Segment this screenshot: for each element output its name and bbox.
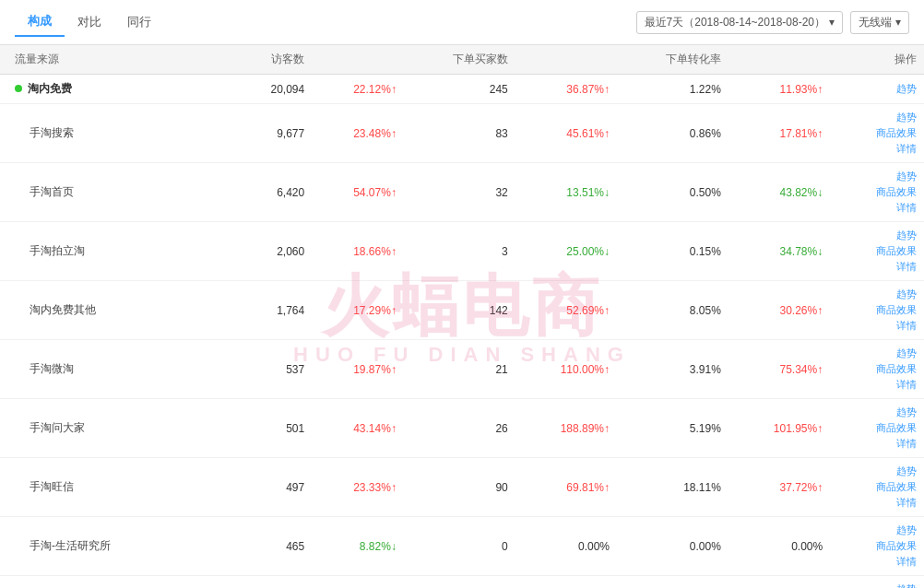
- table-row: 淘内免费其他1,76417.29%↑14252.69%↑8.05%30.26%↑…: [0, 281, 924, 340]
- action-link-趋势[interactable]: 趋势: [896, 582, 917, 588]
- action-link-商品效果[interactable]: 商品效果: [876, 185, 917, 199]
- cell-orders-pct: 36.87%↑: [515, 75, 617, 104]
- cell-conv1: 0.86%: [617, 104, 729, 163]
- action-link-商品效果[interactable]: 商品效果: [876, 421, 917, 435]
- cell-orders: 3: [404, 222, 515, 281]
- cell-orders: 18: [404, 576, 515, 589]
- action-link-趋势[interactable]: 趋势: [896, 288, 917, 301]
- cell-visitors-pct: 43.14%↑: [312, 399, 404, 458]
- action-link-详情[interactable]: 详情: [896, 496, 917, 510]
- cell-conv1: 0.00%: [617, 517, 729, 576]
- tab-compare[interactable]: 对比: [65, 8, 114, 36]
- col-visitors-pct: [312, 45, 404, 75]
- cell-source: 手淘旺信: [0, 458, 234, 517]
- data-table: 流量来源 访客数 下单买家数 下单转化率 操作 淘内免费20,09422.12%…: [0, 45, 924, 588]
- cell-conv2: 0.00%: [729, 517, 830, 576]
- cell-source: 手淘微淘: [0, 340, 234, 399]
- table-body: 淘内免费20,09422.12%↑24536.87%↑1.22%11.93%↑趋…: [0, 75, 924, 589]
- action-link-趋势[interactable]: 趋势: [896, 465, 917, 478]
- action-link-详情[interactable]: 详情: [896, 319, 917, 333]
- table-header-row: 流量来源 访客数 下单买家数 下单转化率 操作: [0, 45, 924, 75]
- action-link-趋势[interactable]: 趋势: [896, 229, 917, 242]
- action-link-详情[interactable]: 详情: [896, 142, 917, 156]
- action-link-商品效果[interactable]: 商品效果: [876, 362, 917, 376]
- cell-actions: 趋势商品效果详情: [830, 163, 924, 222]
- col-conv2: [729, 45, 830, 75]
- cell-visitors: 451: [234, 576, 312, 589]
- action-link-详情[interactable]: 详情: [896, 437, 917, 451]
- cell-visitors-pct: 57.69%↑: [312, 576, 404, 589]
- action-link-商品效果[interactable]: 商品效果: [876, 126, 917, 140]
- cell-source: 手淘-生活研究所: [0, 517, 234, 576]
- col-actions: 操作: [830, 45, 924, 75]
- cell-conv1: 3.99%: [617, 576, 729, 589]
- table-row: 手淘旺信49723.33%↑9069.81%↑18.11%37.72%↑趋势商品…: [0, 458, 924, 517]
- cell-orders-pct: 110.00%↑: [515, 340, 617, 399]
- action-link-商品效果[interactable]: 商品效果: [876, 303, 917, 317]
- cell-source: 手淘其他店铺商品评情: [0, 576, 234, 589]
- action-link-趋势[interactable]: 趋势: [896, 82, 917, 96]
- table-row: 淘内免费20,09422.12%↑24536.87%↑1.22%11.93%↑趋…: [0, 75, 924, 104]
- cell-source: 手淘拍立淘: [0, 222, 234, 281]
- cell-actions: 趋势商品效果详情: [830, 399, 924, 458]
- channel-selector[interactable]: 无线端 ▾: [850, 11, 909, 34]
- cell-conv2: 43.82%↓: [729, 163, 830, 222]
- cell-conv1: 0.50%: [617, 163, 729, 222]
- cell-visitors: 9,677: [234, 104, 312, 163]
- table-container: 火蝠电商 HUO FU DIAN SHANG 流量来源 访客数 下单买家数 下单…: [0, 45, 924, 588]
- cell-orders: 32: [404, 163, 515, 222]
- cell-visitors-pct: 23.33%↑: [312, 458, 404, 517]
- cell-visitors: 1,764: [234, 281, 312, 340]
- cell-conv2: 101.95%↑: [729, 399, 830, 458]
- date-range-label: 最近7天（2018-08-14~2018-08-20）: [645, 15, 825, 30]
- cell-orders-pct: 52.69%↑: [515, 281, 617, 340]
- header: 构成 对比 同行 最近7天（2018-08-14~2018-08-20） ▾ 无…: [0, 0, 924, 45]
- cell-conv1: 5.19%: [617, 399, 729, 458]
- cell-source: 手淘首页: [0, 163, 234, 222]
- action-link-详情[interactable]: 详情: [896, 555, 917, 569]
- col-source: 流量来源: [0, 45, 234, 75]
- action-link-趋势[interactable]: 趋势: [896, 111, 917, 124]
- cell-conv1: 1.22%: [617, 75, 729, 104]
- action-link-详情[interactable]: 详情: [896, 260, 917, 274]
- cell-conv1: 8.05%: [617, 281, 729, 340]
- cell-source: 手淘问大家: [0, 399, 234, 458]
- tab-composition[interactable]: 构成: [15, 7, 65, 37]
- cell-actions: 趋势: [830, 75, 924, 104]
- action-link-趋势[interactable]: 趋势: [896, 523, 917, 537]
- action-link-商品效果[interactable]: 商品效果: [876, 244, 917, 258]
- cell-orders-pct: 25.00%↓: [515, 222, 617, 281]
- action-link-商品效果[interactable]: 商品效果: [876, 539, 917, 553]
- cell-visitors-pct: 17.29%↑: [312, 281, 404, 340]
- cell-visitors-pct: 23.48%↑: [312, 104, 404, 163]
- cell-orders-pct: 63.64%↑: [515, 576, 617, 589]
- cell-visitors: 497: [234, 458, 312, 517]
- tab-peer[interactable]: 同行: [114, 8, 164, 36]
- cell-conv2: 75.34%↑: [729, 340, 830, 399]
- action-link-趋势[interactable]: 趋势: [896, 347, 917, 360]
- cell-orders: 90: [404, 458, 515, 517]
- chevron-down-icon: ▾: [895, 16, 901, 29]
- col-orders: 下单买家数: [404, 45, 515, 75]
- cell-visitors: 465: [234, 517, 312, 576]
- action-link-趋势[interactable]: 趋势: [896, 406, 917, 419]
- action-link-商品效果[interactable]: 商品效果: [876, 480, 917, 494]
- cell-conv2: 30.26%↑: [729, 281, 830, 340]
- cell-visitors: 6,420: [234, 163, 312, 222]
- cell-orders-pct: 69.81%↑: [515, 458, 617, 517]
- cell-visitors: 501: [234, 399, 312, 458]
- action-link-详情[interactable]: 详情: [896, 201, 917, 215]
- cell-orders: 83: [404, 104, 515, 163]
- table-row: 手淘其他店铺商品评情45157.69%↑1863.64%↑3.99%3.64%↑…: [0, 576, 924, 589]
- cell-conv2: 37.72%↑: [729, 458, 830, 517]
- cell-source: 手淘搜索: [0, 104, 234, 163]
- cell-conv1: 18.11%: [617, 458, 729, 517]
- date-range-selector[interactable]: 最近7天（2018-08-14~2018-08-20） ▾: [636, 11, 843, 34]
- action-link-趋势[interactable]: 趋势: [896, 170, 917, 183]
- table-row: 手淘首页6,42054.07%↑3213.51%↓0.50%43.82%↓趋势商…: [0, 163, 924, 222]
- cell-conv1: 3.91%: [617, 340, 729, 399]
- cell-orders: 26: [404, 399, 515, 458]
- cell-conv2: 11.93%↑: [729, 75, 830, 104]
- action-link-详情[interactable]: 详情: [896, 378, 917, 392]
- table-row: 手淘拍立淘2,06018.66%↑325.00%↓0.15%34.78%↓趋势商…: [0, 222, 924, 281]
